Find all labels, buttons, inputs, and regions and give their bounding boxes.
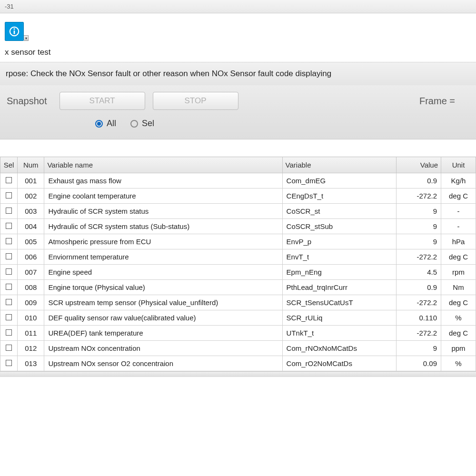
table-row[interactable]: 004Hydraulic of SCR system status (Sub-s…	[0, 219, 476, 234]
row-checkbox[interactable]	[6, 299, 12, 305]
cell-value: -272.2	[397, 249, 441, 265]
window-titlebar: -31	[0, 0, 476, 13]
cell-name: Enviornment temperature	[44, 249, 282, 265]
table-row[interactable]: 008Engine torque (Physical value)PthLead…	[0, 280, 476, 295]
table-row[interactable]: 011UREA(DEF) tank temperatureUTnkT_t-272…	[0, 326, 476, 341]
cell-num: 004	[18, 219, 44, 234]
table-row[interactable]: 001Exhaust gas mass flowCom_dmEG0.9Kg/h	[0, 173, 476, 188]
cell-num: 003	[18, 204, 44, 219]
cell-variable: UTnkT_t	[282, 326, 397, 341]
cell-name: Hydraulic of SCR system status (Sub-stat…	[44, 219, 282, 234]
row-checkbox[interactable]	[6, 329, 12, 336]
cell-name: Upstream NOx sensor O2 concentraion	[44, 356, 282, 371]
row-checkbox[interactable]	[6, 253, 12, 259]
cell-name: SCR upstream temp sensor (Physical value…	[44, 295, 282, 310]
cell-name: Engine speed	[44, 265, 282, 280]
cell-unit: hPa	[441, 234, 476, 249]
cell-value: 0.9	[397, 173, 441, 188]
header-unit[interactable]: Unit	[441, 157, 476, 173]
cell-unit: -	[441, 219, 476, 234]
svg-rect-2	[14, 29, 15, 30]
table-row[interactable]: 013Upstream NOx sensor O2 concentraionCo…	[0, 356, 476, 371]
row-checkbox[interactable]	[6, 223, 12, 229]
row-checkbox[interactable]	[6, 208, 12, 214]
row-checkbox[interactable]	[6, 192, 12, 198]
cell-value: -272.2	[397, 295, 441, 310]
cell-num: 002	[18, 188, 44, 204]
cell-value: -272.2	[397, 326, 441, 341]
snapshot-label: Snapshot	[7, 96, 47, 107]
variables-table: Sel Num Variable name Variable Value Uni…	[0, 157, 476, 371]
toolbar-dropdown-icon[interactable]: ▾	[24, 35, 29, 41]
cell-variable: Epm_nEng	[282, 265, 397, 280]
table-row[interactable]: 002Engine coolant temperatureCEngDsT_t-2…	[0, 188, 476, 204]
cell-variable: CoSCR_stSub	[282, 219, 397, 234]
radio-sel[interactable]: Sel	[130, 119, 154, 129]
cell-num: 012	[18, 341, 44, 356]
radio-unselected-icon	[130, 120, 138, 128]
row-checkbox[interactable]	[6, 345, 12, 351]
cell-name: DEF quality sensor raw value(calibrated …	[44, 310, 282, 326]
radio-all[interactable]: All	[95, 119, 116, 129]
frame-label: Frame =	[419, 96, 469, 107]
cell-num: 007	[18, 265, 44, 280]
cell-name: UREA(DEF) tank temperature	[44, 326, 282, 341]
controls-row: Snapshot START STOP Frame =	[0, 85, 476, 115]
row-checkbox[interactable]	[6, 238, 12, 244]
radio-sel-label: Sel	[142, 119, 154, 129]
cell-variable: EnvT_t	[282, 249, 397, 265]
cell-num: 013	[18, 356, 44, 371]
page-title: x sensor test	[0, 44, 476, 62]
cell-unit: deg C	[441, 249, 476, 265]
cell-unit: -	[441, 204, 476, 219]
cell-unit: %	[441, 356, 476, 371]
header-sel[interactable]: Sel	[0, 157, 18, 173]
table-row[interactable]: 003Hydraulic of SCR system statusCoSCR_s…	[0, 204, 476, 219]
table-header-row: Sel Num Variable name Variable Value Uni…	[0, 157, 476, 173]
row-checkbox[interactable]	[6, 360, 12, 366]
cell-num: 008	[18, 280, 44, 295]
purpose-text: rpose: Check the NOx Sensor fault or oth…	[0, 62, 476, 85]
cell-name: Exhaust gas mass flow	[44, 173, 282, 188]
cell-unit: deg C	[441, 188, 476, 204]
cell-num: 005	[18, 234, 44, 249]
table-row[interactable]: 007Engine speedEpm_nEng4.5rpm	[0, 265, 476, 280]
info-icon[interactable]	[5, 22, 24, 41]
filter-radio-group: All Sel	[0, 115, 476, 139]
table-row[interactable]: 006Enviornment temperatureEnvT_t-272.2de…	[0, 249, 476, 265]
cell-unit: Nm	[441, 280, 476, 295]
table-row[interactable]: 009SCR upstream temp sensor (Physical va…	[0, 295, 476, 310]
svg-rect-1	[14, 30, 15, 34]
table-row[interactable]: 012Upstream NOx concentrationCom_rNOxNoM…	[0, 341, 476, 356]
row-checkbox[interactable]	[6, 314, 12, 320]
table-row[interactable]: 005Atmoshperic pressure from ECUEnvP_p9h…	[0, 234, 476, 249]
cell-unit: ppm	[441, 341, 476, 356]
cell-unit: %	[441, 310, 476, 326]
header-value[interactable]: Value	[397, 157, 441, 173]
table-row[interactable]: 010DEF quality sensor raw value(calibrat…	[0, 310, 476, 326]
toolbar: ▾	[0, 13, 476, 44]
cell-value: 0.9	[397, 280, 441, 295]
header-name[interactable]: Variable name	[44, 157, 282, 173]
cell-num: 009	[18, 295, 44, 310]
cell-name: Upstream NOx concentration	[44, 341, 282, 356]
cell-variable: SCR_rULiq	[282, 310, 397, 326]
start-button[interactable]: START	[60, 92, 145, 110]
cell-num: 011	[18, 326, 44, 341]
cell-unit: deg C	[441, 326, 476, 341]
row-checkbox[interactable]	[6, 177, 12, 183]
header-num[interactable]: Num	[18, 157, 44, 173]
stop-button[interactable]: STOP	[153, 92, 238, 110]
row-checkbox[interactable]	[6, 284, 12, 290]
cell-value: 9	[397, 219, 441, 234]
header-variable[interactable]: Variable	[282, 157, 397, 173]
cell-variable: CoSCR_st	[282, 204, 397, 219]
horizontal-scrollbar[interactable]	[0, 371, 476, 377]
cell-variable: SCR_tSensUCatUsT	[282, 295, 397, 310]
cell-value: 4.5	[397, 265, 441, 280]
radio-all-label: All	[107, 119, 116, 129]
purpose-prefix: rpose:	[6, 69, 30, 78]
row-checkbox[interactable]	[6, 268, 12, 275]
cell-unit: Kg/h	[441, 173, 476, 188]
purpose-body: Check the NOx Sensor fault or other reas…	[30, 69, 331, 78]
